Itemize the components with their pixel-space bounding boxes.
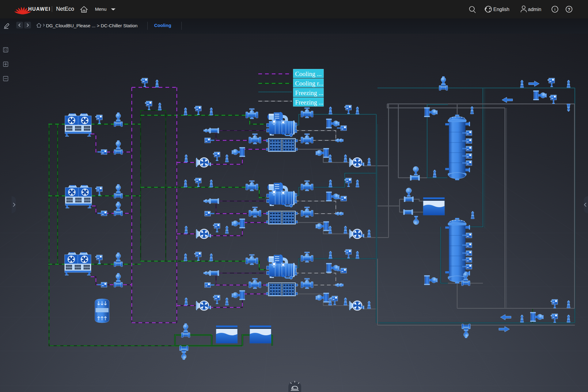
svg-text:Freezing ...: Freezing ... <box>295 99 323 106</box>
svg-text:?: ? <box>568 7 571 12</box>
svg-text:i: i <box>555 7 556 12</box>
svg-text:Cooling ...: Cooling ... <box>295 70 322 78</box>
svg-text:Freezing ...: Freezing ... <box>295 89 323 97</box>
svg-text:Cooling r...: Cooling r... <box>295 80 323 87</box>
